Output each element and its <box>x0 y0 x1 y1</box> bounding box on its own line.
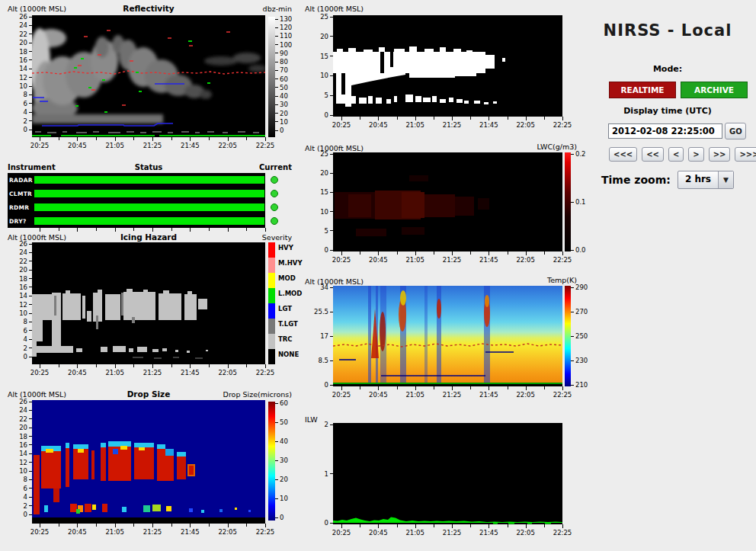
ilw-plot <box>333 423 562 524</box>
time-step-button[interactable]: << <box>642 147 664 162</box>
cloud-plot <box>333 15 562 117</box>
severity-segment <box>268 273 275 288</box>
severity-label: T.LGT <box>278 320 298 328</box>
severity-segment <box>268 288 275 303</box>
temp-alt-label: Alt (1000ft MSL) <box>305 277 364 286</box>
cloud-xaxis: 20:2520:4521:0521:2521:4522:0522:25 <box>341 117 562 129</box>
instrument-name: CLMTR <box>9 191 32 197</box>
realtime-button[interactable]: REALTIME <box>609 82 676 98</box>
time-zoom-select[interactable]: 2 hrs ▼ <box>678 171 734 189</box>
instrument-current-indicator <box>271 203 278 211</box>
lwc-colorbar-label: LWC(g/m3) <box>526 143 577 151</box>
instrument-status-bar <box>34 217 264 225</box>
instrument-current-indicator <box>271 217 278 225</box>
lwc-yaxis: 2520151050 <box>301 154 333 250</box>
severity-label: LGT <box>278 305 292 312</box>
lwc-colorbar <box>565 152 571 251</box>
severity-segment <box>268 242 275 258</box>
severity-label: TRC <box>278 335 293 343</box>
severity-segment <box>268 349 275 364</box>
time-step-button[interactable]: <<< <box>609 147 637 162</box>
severity-segment <box>268 334 275 349</box>
app-title: NIRSS - Local <box>587 21 748 40</box>
display-time-input[interactable] <box>608 123 722 139</box>
severity-label: HVY <box>278 244 293 251</box>
dropsize-colorbar-label: Drop Size(microns) <box>213 390 292 399</box>
icing-xaxis: 20:2520:4521:0521:2521:4522:0522:25 <box>40 364 265 376</box>
instrument-status-bar <box>34 176 264 184</box>
ilw-xaxis: 20:2520:4521:0521:2521:4522:0522:25 <box>341 524 562 537</box>
ilw-graphic <box>333 423 562 524</box>
time-zoom-label: Time zoom: <box>601 174 671 186</box>
severity-label: MOD <box>278 274 296 282</box>
display-time-label: Display time (UTC) <box>587 106 748 116</box>
reflectivity-colorbar <box>268 17 275 137</box>
time-step-button[interactable]: >>> <box>735 147 756 162</box>
temp-colorbar <box>565 286 571 386</box>
cloud-alt-label: Alt (1000ft MSL) <box>305 5 364 13</box>
reflectivity-colorbar-label: dbz-min <box>229 5 292 13</box>
dropsize-yaxis: 26242220181614121086420 <box>0 402 32 514</box>
dropsize-plot <box>32 400 265 524</box>
cloud-graphic <box>333 15 562 117</box>
severity-label: L.MOD <box>278 290 302 297</box>
temp-xaxis: 20:2520:4521:0521:2521:4522:0522:25 <box>341 386 562 399</box>
archive-button[interactable]: ARCHIVE <box>681 82 748 98</box>
go-button[interactable]: GO <box>725 123 746 139</box>
ilw-label: ILW <box>305 415 318 424</box>
instrument-current-indicator <box>271 176 278 184</box>
instrument-name: RADAR <box>9 177 33 184</box>
cloud-yaxis: 2520151050 <box>301 17 333 115</box>
time-zoom-row: Time zoom: 2 hrs ▼ <box>587 171 748 189</box>
dropsize-xaxis: 20:2520:4521:0521:2521:4522:0522:25 <box>40 524 265 536</box>
time-step-button[interactable]: >> <box>709 147 731 162</box>
icing-yaxis: 26242220181614121086420 <box>0 244 32 357</box>
lwc-graphic <box>333 152 562 251</box>
chevron-down-icon[interactable]: ▼ <box>718 171 733 188</box>
status-header-current: Current <box>229 163 292 171</box>
instrument-status-bar <box>34 203 264 211</box>
instrument-status-panel: RADARCLMTRRDMRDRY? <box>8 173 265 228</box>
dropsize-graphic <box>32 400 265 524</box>
instrument-current-indicator <box>271 190 278 197</box>
instrument-name: RDMR <box>9 204 29 211</box>
instrument-name: DRY? <box>9 218 27 225</box>
time-step-buttons: <<<<<<>>>>>> <box>609 147 756 162</box>
severity-segment <box>268 258 275 273</box>
dropsize-colorbar <box>268 402 275 521</box>
icing-colorbar-label: Severity <box>229 233 292 242</box>
temp-plot <box>333 286 562 386</box>
lwc-xaxis: 20:2520:4521:0521:2521:4522:0522:25 <box>341 251 562 264</box>
time-zoom-value: 2 hrs <box>678 171 718 188</box>
reflectivity-xaxis: 20:2520:4521:0521:2521:4522:0522:25 <box>40 137 265 149</box>
temp-yaxis: 3425.5178.50 <box>301 287 333 385</box>
reflectivity-graphic <box>32 15 265 137</box>
mode-label: Mode: <box>587 64 748 74</box>
severity-segment <box>268 319 275 334</box>
temp-graphic <box>333 286 562 386</box>
lwc-alt-label: Alt (1000ft MSL) <box>305 144 364 152</box>
icing-plot <box>32 242 265 364</box>
lwc-plot <box>333 152 562 251</box>
nirss-app-window: Alt (1000ft MSL) Reflectivity dbz-min <box>0 0 756 551</box>
temp-colorbar-label: Temp(K) <box>533 276 577 284</box>
severity-label: NONE <box>278 351 299 358</box>
ilw-yaxis: 210 <box>301 424 333 523</box>
time-step-button[interactable]: > <box>688 147 703 162</box>
reflectivity-plot <box>32 15 265 137</box>
instrument-status-bar <box>34 190 264 197</box>
reflectivity-yaxis: 26242220181614121086420 <box>0 17 32 130</box>
icing-graphic <box>32 242 265 364</box>
time-step-button[interactable]: < <box>668 147 684 162</box>
severity-label: M.HVY <box>278 259 303 267</box>
severity-segment <box>268 303 275 319</box>
